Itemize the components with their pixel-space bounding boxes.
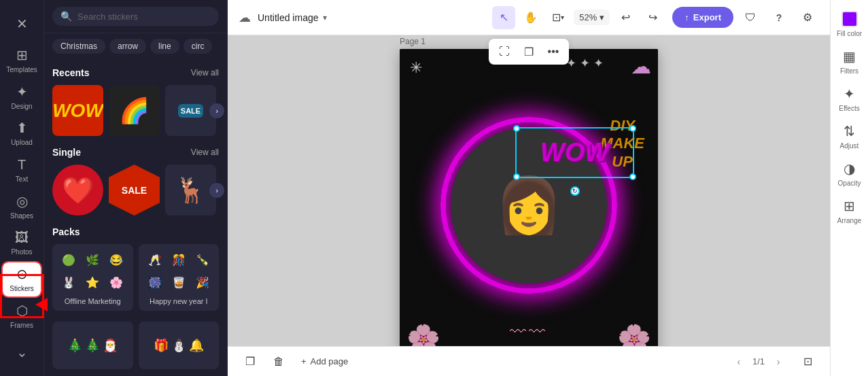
templates-icon: ⊞ [16, 47, 28, 63]
fullscreen-icon: ⊡ [803, 355, 812, 368]
sticker-sale-red[interactable]: SALE [109, 165, 160, 216]
select-tool-btn[interactable]: ↖ [492, 6, 515, 29]
fill-color-tool[interactable]: Fill color [832, 7, 867, 41]
doc-title[interactable]: Untitled image ▾ [258, 12, 327, 23]
search-input[interactable] [77, 12, 211, 22]
bottom-right: ⊡ [796, 350, 819, 373]
single-header: Single View all [52, 147, 219, 158]
sidebar-item-templates[interactable]: ⊞ Templates [3, 44, 41, 78]
single-view-all[interactable]: View all [191, 148, 219, 157]
fullscreen-btn[interactable]: ⊡ [796, 350, 819, 373]
sticker-wow[interactable]: WOW [52, 85, 103, 136]
settings-icon: ⚙ [803, 11, 812, 24]
search-icon: 🔍 [60, 11, 72, 22]
chevron-down-icon: ⌄ [16, 344, 28, 360]
upload-icon: ⬆ [16, 120, 28, 136]
toolbar-left: ☁ Untitled image ▾ [239, 10, 484, 25]
recents-next-btn[interactable]: › [209, 103, 224, 118]
tags-row: Christmas arrow line circ [44, 33, 227, 59]
sticker-deer[interactable]: 🦌 [165, 165, 216, 216]
copy-style-btn[interactable]: ❐ [519, 41, 539, 62]
packs-header: Packs [52, 226, 219, 237]
canva-logo-icon: ✕ [16, 16, 28, 32]
ps-5: ⭐ [82, 273, 103, 294]
frame-tool-btn[interactable]: ⊡ ▾ [546, 6, 570, 29]
float-toolbar: ⛶ ❐ ••• [489, 39, 569, 65]
wow-sticker-container[interactable]: ↻ WOW [454, 86, 573, 137]
extra-sticker-3: 🎅 [103, 338, 118, 353]
pack-extra2[interactable]: 🎁 ⛄ 🔔 [139, 322, 220, 369]
pack-happy-new-year[interactable]: 🥂 🎊 🍾 🎆 🥃 🎉 Happy new year I [139, 244, 220, 311]
sidebar-item-design[interactable]: ✦ Design [3, 80, 41, 114]
photos-icon: 🖼 [15, 230, 29, 245]
copy-page-btn[interactable]: ❐ [239, 350, 262, 373]
canvas-flowers-left: 🌸 [406, 323, 440, 346]
cloud-save-icon: ☁ [239, 10, 251, 25]
page-counter: 1/1 [752, 356, 765, 366]
opacity-tool[interactable]: ◑ Opacity [832, 156, 867, 191]
canvas-deco-cloud: ☁ [631, 54, 651, 78]
canvas-viewport[interactable]: ⛶ ❐ ••• Page 1 ❐ ••• ✳ ✦ ✦ ✦ ☁ [228, 35, 830, 346]
export-button[interactable]: ↑ Export [672, 7, 733, 28]
hand-tool-btn[interactable]: ✋ [519, 6, 542, 29]
sidebar-logo[interactable]: ✕ [3, 7, 41, 41]
pny-4: 🎆 [144, 273, 166, 294]
pny-2: 🎊 [168, 250, 190, 271]
single-next-btn[interactable]: › [209, 183, 224, 198]
packs-grid: 🟢 🌿 😂 🐰 ⭐ 🌸 Offline Marketing 🥂 🎊 🍾 [52, 244, 219, 311]
sidebar-item-more[interactable]: ⌄ [3, 335, 41, 369]
search-input-wrap[interactable]: 🔍 [52, 7, 219, 26]
more-options-btn[interactable]: ••• [543, 41, 563, 62]
tag-circ[interactable]: circ [184, 39, 213, 54]
bottom-left: ❐ 🗑 + Add page [239, 350, 721, 373]
right-panel: Fill color ▦ Filters ✦ Effects ⇅ Adjust … [830, 0, 868, 376]
adjust-tool[interactable]: ⇅ Adjust [832, 119, 867, 154]
sidebar-item-text[interactable]: T Text [3, 153, 41, 187]
rotate-handle[interactable]: ↻ [570, 186, 580, 196]
redo-btn[interactable]: ↪ [641, 6, 664, 29]
sticker-sale[interactable]: SALE [165, 85, 216, 136]
filters-tool[interactable]: ▦ Filters [832, 44, 867, 79]
tag-arrow[interactable]: arrow [109, 39, 146, 54]
add-page-button[interactable]: + Add page [296, 354, 353, 369]
hand-tool-icon: ✋ [524, 11, 538, 24]
delete-page-btn[interactable]: 🗑 [267, 350, 290, 373]
sticker-rainbow[interactable]: 🌈 [109, 85, 160, 136]
stickers-icon: ⊙ [16, 266, 28, 282]
arrange-tool[interactable]: ⊞ Arrange [832, 194, 867, 228]
pack-extra1[interactable]: 🎄 🎄 🎅 [52, 322, 133, 369]
pack-offline-stickers: 🟢 🌿 😂 🐰 ⭐ 🌸 [58, 250, 128, 293]
pack-newyear-label: Happy new year I [144, 297, 214, 305]
doc-title-text: Untitled image [258, 12, 319, 23]
fill-color-label: Fill color [837, 30, 862, 37]
frames-icon: ⬡ [16, 303, 28, 319]
sidebar-item-shapes[interactable]: ◎ Shapes [3, 190, 41, 224]
help-btn[interactable]: ? [767, 6, 791, 29]
sidebar-item-photos[interactable]: 🖼 Photos [3, 226, 41, 260]
effects-tool[interactable]: ✦ Effects [832, 82, 867, 116]
undo-icon: ↩ [621, 11, 630, 24]
single-section: Single View all ❤️ SALE 🦌 › [44, 141, 227, 221]
prev-page-btn[interactable]: ‹ [729, 352, 748, 371]
tag-line[interactable]: line [150, 39, 179, 54]
ps-6: 🌸 [105, 273, 127, 294]
recents-view-all[interactable]: View all [191, 68, 219, 78]
zoom-value: 52% [579, 12, 597, 22]
zoom-control[interactable]: 52% ▾ [574, 10, 610, 25]
canvas-page[interactable]: ✳ ✦ ✦ ✦ ☁ ↻ WOW [400, 49, 658, 346]
pack-offline-marketing[interactable]: 🟢 🌿 😂 🐰 ⭐ 🌸 Offline Marketing [52, 244, 133, 311]
shield-btn[interactable]: 🛡 [739, 6, 762, 29]
undo-btn[interactable]: ↩ [614, 6, 637, 29]
sidebar-item-upload[interactable]: ⬆ Upload [3, 116, 41, 150]
copy-style-icon: ❐ [524, 46, 534, 58]
settings-btn[interactable]: ⚙ [796, 6, 819, 29]
sticker-heart[interactable]: ❤️ [52, 165, 103, 216]
pack-newyear-stickers: 🥂 🎊 🍾 🎆 🥃 🎉 [144, 250, 214, 293]
next-page-btn[interactable]: › [769, 352, 788, 371]
sidebar-item-stickers[interactable]: ⊙ Stickers [3, 262, 41, 296]
tag-christmas[interactable]: Christmas [52, 39, 105, 54]
ps-2: 🌿 [82, 250, 103, 271]
panel-content: Recents View all WOW 🌈 SALE › Single Vie… [44, 59, 227, 376]
crop-btn[interactable]: ⛶ [494, 41, 515, 62]
effects-icon: ✦ [844, 86, 855, 102]
